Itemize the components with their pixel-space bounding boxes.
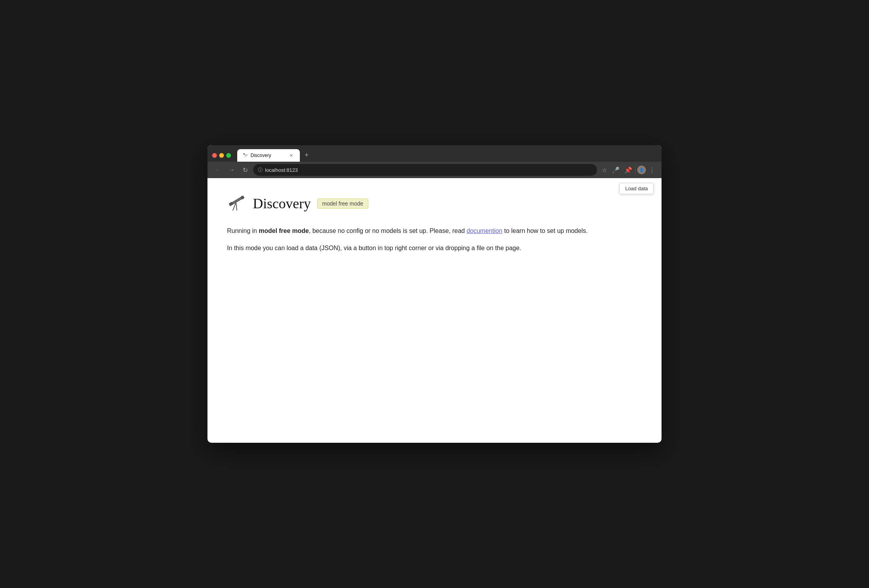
documentation-link[interactable]: documention [467,227,503,234]
avatar[interactable]: 👤 [637,166,646,174]
paragraph1-suffix: , because no config or no models is set … [309,227,467,234]
maximize-button[interactable] [226,153,231,158]
address-url-text: localhost:8123 [265,167,592,173]
paragraph1-prefix: Running in [227,227,259,234]
address-bar[interactable]: ⓘ localhost:8123 [253,164,597,176]
close-button[interactable] [212,153,217,158]
page-content: Load data Discovery model fre [207,178,662,429]
description-paragraph-1: Running in model free mode, because no c… [227,226,642,236]
minimize-button[interactable] [219,153,224,158]
nav-right-actions: ☆ 🎤 📌 👤 ⋮ [600,165,657,175]
load-data-container: Load data [619,183,654,194]
main-content: Discovery model free mode Running in mod… [207,178,662,276]
tab-favicon-icon: 🔭 [243,153,248,158]
nav-bar: ← → ↻ ⓘ localhost:8123 ☆ 🎤 📌 👤 ⋮ [207,162,662,178]
reload-button[interactable]: ↻ [240,166,250,175]
chrome-menu-button[interactable]: ⋮ [647,165,657,175]
telescope-icon [227,194,247,213]
tab-close-button[interactable]: × [288,152,294,159]
page-header: Discovery model free mode [227,194,642,213]
extension2-button[interactable]: 📌 [623,165,634,175]
nav-divider [635,166,636,174]
tab-title-label: Discovery [251,153,286,158]
paragraph1-end: to learn how to set up models. [503,227,588,234]
mode-badge: model free mode [317,198,368,209]
new-tab-button[interactable]: + [301,150,312,161]
title-bar: 🔭 Discovery × + [207,145,662,162]
page-title: Discovery [253,195,311,212]
browser-tab[interactable]: 🔭 Discovery × [237,149,300,162]
forward-button[interactable]: → [226,166,237,174]
load-data-button[interactable]: Load data [619,183,654,194]
svg-line-5 [236,202,237,210]
description-paragraph-2: In this mode you can load a data (JSON),… [227,243,642,253]
back-button[interactable]: ← [212,166,223,174]
paragraph1-bold: model free mode [259,227,309,234]
extension1-button[interactable]: 🎤 [610,165,621,175]
address-bar-security-icon: ⓘ [258,167,263,173]
bookmark-button[interactable]: ☆ [600,165,609,175]
window-controls [212,153,231,158]
browser-window: 🔭 Discovery × + ← → ↻ ⓘ localhost:8123 ☆… [207,145,662,443]
browser-chrome: 🔭 Discovery × + ← → ↻ ⓘ localhost:8123 ☆… [207,145,662,178]
tabs-bar: 🔭 Discovery × + [237,149,657,162]
